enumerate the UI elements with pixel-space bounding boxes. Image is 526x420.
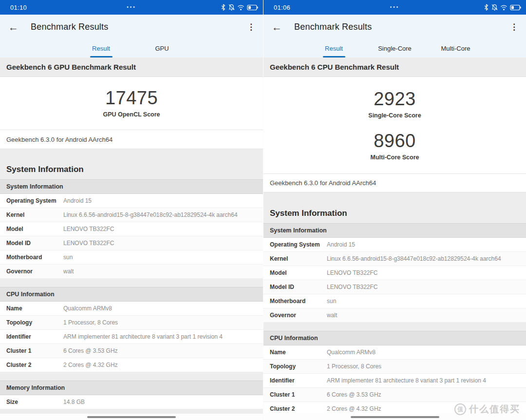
table-row: Governorwalt	[0, 265, 263, 279]
row-value: Linux 6.6.56-android15-8-g38447e018c92-a…	[327, 255, 526, 262]
gesture-handle[interactable]	[87, 416, 176, 418]
row-value: walt	[63, 268, 263, 275]
row-value: Android 15	[63, 197, 263, 204]
row-value: LENOVO TB322FC	[63, 240, 263, 247]
gesture-footer	[0, 414, 263, 420]
row-value: sun	[63, 254, 263, 261]
row-value: Linux 6.6.56-android15-8-g38447e018c92-a…	[63, 211, 263, 218]
back-arrow-icon[interactable]: ←	[8, 22, 19, 32]
section-subheader: CPU Information	[0, 287, 263, 302]
row-label: Governor	[0, 268, 63, 275]
status-icons	[221, 0, 258, 15]
table-rows: Operating SystemAndroid 15KernelLinux 6.…	[0, 194, 263, 279]
page-title: Benchmark Results	[31, 22, 108, 32]
score-value: 2923	[368, 90, 421, 109]
row-label: Name	[263, 349, 327, 356]
status-time: 01:10	[10, 4, 27, 11]
table-row: Cluster 22 Cores @ 4.32 GHz	[0, 358, 263, 372]
status-bar: 01:06 •••	[263, 0, 526, 15]
section-subheader: CPU Information	[263, 331, 526, 345]
score-area: 17475GPU OpenCL Score	[0, 77, 263, 130]
kebab-menu-icon[interactable]: ⋮	[510, 22, 518, 32]
row-label: Identifier	[0, 333, 63, 340]
app-header: ← Benchmark Results ⋮	[263, 15, 526, 39]
app-header: ← Benchmark Results ⋮	[0, 15, 263, 39]
tab-label: Multi-Core	[441, 45, 470, 52]
version-text: Geekbench 6.3.0 for Android AArch64	[263, 174, 526, 192]
bell-slash-icon	[228, 4, 235, 11]
tab-label: Result	[92, 45, 110, 52]
table-row: IdentifierARM implementer 81 architectur…	[0, 330, 263, 344]
row-value: Android 15	[327, 241, 526, 248]
tab-multi-core[interactable]: Multi-Core	[425, 39, 486, 57]
status-bar: 01:10 •••	[0, 0, 263, 15]
table-row: KernelLinux 6.6.56-android15-8-g38447e01…	[263, 252, 526, 266]
score-label: Single-Core Score	[368, 112, 421, 119]
section-system-information: System InformationSystem InformationOper…	[0, 160, 263, 279]
row-label: Kernel	[263, 255, 327, 262]
row-value: 6 Cores @ 3.53 GHz	[63, 347, 263, 354]
row-value: Qualcomm ARMv8	[327, 349, 526, 356]
row-label: Topology	[0, 319, 63, 326]
tab-result[interactable]: Result	[303, 39, 364, 57]
back-arrow-icon[interactable]: ←	[272, 22, 282, 32]
row-label: Governor	[263, 312, 327, 319]
version-text: Geekbench 6.3.0 for Android AArch64	[0, 130, 263, 149]
table-row: ModelLENOVO TB322FC	[0, 222, 263, 236]
row-value: walt	[327, 312, 526, 319]
score-value: 17475	[103, 89, 160, 108]
row-label: Cluster 2	[0, 362, 63, 368]
row-label: Model ID	[0, 240, 63, 247]
score-block: 17475GPU OpenCL Score	[103, 89, 160, 118]
row-label: Model ID	[263, 284, 327, 290]
row-label: Name	[0, 305, 63, 312]
table-row: Topology1 Processor, 8 Cores	[263, 360, 526, 374]
row-value: LENOVO TB322FC	[63, 226, 263, 232]
table-row: Topology1 Processor, 8 Cores	[0, 316, 263, 330]
wifi-icon	[500, 4, 507, 11]
table-row: Operating SystemAndroid 15	[263, 238, 526, 252]
row-label: Motherboard	[0, 254, 63, 261]
table-row: NameQualcomm ARMv8	[263, 345, 526, 360]
tab-single-core[interactable]: Single-Core	[364, 39, 425, 57]
bluetooth-icon	[484, 4, 489, 11]
score-area: 2923Single-Core Score8960Multi-Core Scor…	[263, 77, 526, 174]
page-title: Benchmark Results	[294, 22, 372, 32]
score-label: GPU OpenCL Score	[103, 111, 160, 118]
tab-label: Result	[325, 45, 343, 52]
info-sections: System InformationSystem InformationOper…	[263, 204, 526, 416]
kebab-menu-icon[interactable]: ⋮	[247, 22, 255, 32]
status-time: 01:06	[274, 4, 290, 11]
row-label: Size	[0, 399, 63, 405]
tab-bar: ResultSingle-CoreMulti-Core	[263, 39, 526, 57]
status-dots: •••	[127, 4, 136, 10]
table-rows: Size14.8 GB	[0, 395, 263, 409]
status-dots: •••	[390, 4, 400, 10]
tab-result[interactable]: Result	[71, 39, 132, 57]
cpu-result-screen: 01:06 ••• ← Benchmark Results ⋮ ResultSi…	[263, 0, 526, 420]
tab-label: Single-Core	[378, 45, 412, 52]
row-value: 1 Processor, 8 Cores	[63, 319, 263, 326]
table-row: Operating SystemAndroid 15	[0, 194, 263, 208]
row-label: Model	[0, 226, 63, 232]
table-row: Size14.8 GB	[0, 395, 263, 409]
smzdm-watermark-text: 什么值得买	[469, 403, 520, 416]
score-block: 2923Single-Core Score	[368, 90, 421, 119]
row-value: 6 Cores @ 3.53 GHz	[327, 391, 526, 398]
row-value: LENOVO TB322FC	[327, 269, 526, 276]
gesture-handle[interactable]	[351, 416, 439, 418]
table-row: Motherboardsun	[0, 250, 263, 265]
tab-gpu[interactable]: GPU	[132, 39, 192, 57]
tab-label: GPU	[155, 45, 169, 52]
table-row: ModelLENOVO TB322FC	[263, 266, 526, 280]
table-rows: NameQualcomm ARMv8Topology1 Processor, 8…	[0, 302, 263, 372]
row-label: Motherboard	[263, 298, 327, 305]
row-value: 1 Processor, 8 Cores	[327, 363, 526, 370]
result-band-title: Geekbench 6 CPU Benchmark Result	[263, 57, 526, 77]
table-row: Cluster 16 Cores @ 3.53 GHz	[0, 344, 263, 358]
row-label: Cluster 1	[263, 391, 327, 398]
row-label: Cluster 2	[263, 405, 327, 412]
smzdm-watermark: 值 什么值得买	[454, 403, 520, 416]
section-title: System Information	[263, 204, 526, 223]
row-label: Kernel	[0, 211, 63, 218]
